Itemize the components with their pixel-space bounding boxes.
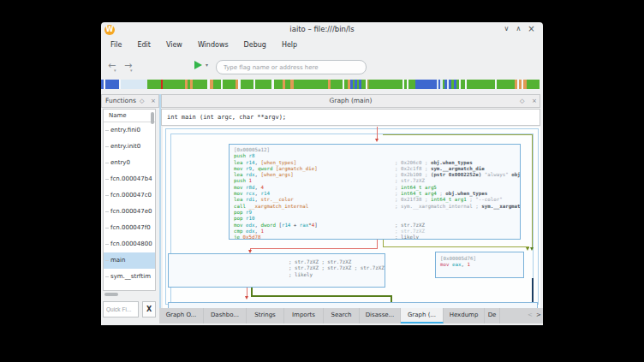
play-icon[interactable]	[194, 61, 202, 69]
quick-filter-input[interactable]	[103, 301, 139, 317]
code-token: 1	[248, 178, 252, 183]
tab-search[interactable]: Search	[324, 308, 360, 323]
function-list-item[interactable]: fcn.000047e0	[104, 204, 155, 220]
close-icon[interactable]: ×	[526, 23, 537, 35]
code-token: push	[234, 153, 248, 158]
menu-item-edit[interactable]: Edit	[129, 38, 158, 53]
code-token: obj.when...	[511, 172, 521, 177]
code-token: rdx	[246, 172, 254, 177]
menu-item-help[interactable]: Help	[274, 38, 305, 53]
memory-map-strip[interactable]	[101, 80, 540, 89]
code-token: ;	[395, 185, 401, 190]
code-token: ;	[437, 191, 445, 196]
code-token: obj.when_types	[431, 160, 473, 165]
function-list-item[interactable]: sym.__strftim	[104, 269, 155, 285]
code-token: cmp	[234, 228, 246, 234]
panel-splitter[interactable]	[159, 94, 161, 308]
back-caret-icon[interactable]: ▾	[114, 68, 116, 73]
tab-scroll-left-icon[interactable]: <	[526, 308, 534, 323]
nav-strip-segment	[147, 80, 161, 89]
code-token: ; str.7zXZ	[395, 178, 425, 183]
function-list-item[interactable]: fcn.000047b4	[104, 171, 155, 187]
basic-block-0x5d76[interactable]: [0x00005d76]mov eax, 1	[435, 252, 524, 278]
nav-strip-segment	[415, 80, 437, 89]
tab-graph[interactable]: Graph (...	[401, 308, 444, 323]
function-list-item[interactable]: entry0	[104, 155, 155, 171]
nav-strip-segment	[163, 80, 185, 89]
undock-icon[interactable]: ◇	[520, 95, 524, 108]
code-token: pop	[234, 210, 246, 215]
function-signature-bar: int main (int argc, char **argv);	[161, 109, 540, 126]
quick-filter-close-button[interactable]: X	[142, 301, 156, 317]
code-token: pop	[234, 216, 246, 221]
asm-comment: ; likely	[395, 234, 419, 240]
menu-item-file[interactable]: File	[103, 38, 129, 53]
function-list-item[interactable]: fcn.000047c0	[104, 187, 155, 204]
code-token: sym.__xargmatch_in...	[481, 204, 521, 209]
code-token: r14	[246, 160, 254, 165]
menu-item-view[interactable]: View	[158, 38, 190, 53]
function-signature: int main (int argc, char **argv);	[162, 110, 540, 125]
code-token: ; 0x2b100 ;	[395, 172, 431, 177]
code-token: r9	[246, 166, 252, 171]
function-list-item[interactable]: entry.init0	[104, 139, 155, 155]
code-token: 1	[260, 228, 264, 234]
code-token: 4	[260, 185, 264, 190]
edge-red-false-h	[250, 248, 378, 249]
maximize-icon[interactable]: ∧	[513, 23, 524, 35]
function-list-item[interactable]: main	[104, 252, 155, 269]
function-list-item[interactable]: fcn.000047f0	[104, 220, 155, 236]
function-list-item[interactable]: sym._xasp	[104, 285, 155, 291]
asm-comment: ; sym.__xargmatch_internal ; sym.__xargm…	[395, 204, 521, 210]
tab-dashbo[interactable]: Dashbo...	[204, 308, 247, 323]
nav-strip-segment	[255, 80, 271, 89]
menu-item-debug[interactable]: Debug	[236, 38, 274, 53]
asm-line: call __xargmatch_internal; sym.__xargmat…	[234, 204, 520, 210]
search-input[interactable]	[216, 60, 367, 74]
code-token: r8d	[246, 185, 254, 190]
graph-canvas[interactable]: [0x00005a12]push r8lea r14, [when_types]…	[163, 127, 540, 308]
function-list-item[interactable]: fcn.00004800	[104, 236, 155, 252]
code-token: str.__color	[260, 197, 293, 202]
screen-background: W iaito – file:///bin/ls ∨ ∧ × FileEditV…	[0, 0, 644, 362]
nav-strip-segment	[527, 80, 537, 89]
asm-line: lea rdx, [when_args]; 0x2b100 ; (pstr 0x…	[234, 172, 520, 178]
tab-hexdump[interactable]: Hexdump	[444, 308, 485, 323]
edge-olive-top-v	[532, 134, 533, 248]
tab-de[interactable]: De	[485, 308, 500, 323]
play-caret-icon[interactable]: ▾	[206, 62, 208, 68]
functions-column-header[interactable]: Name	[104, 110, 155, 122]
tab-strings[interactable]: Strings	[247, 308, 284, 323]
basic-block-partial[interactable]	[168, 302, 538, 308]
forward-caret-icon[interactable]: ▾	[130, 68, 133, 73]
menu-item-windows[interactable]: Windows	[190, 38, 236, 53]
undock-icon[interactable]: ◇	[140, 95, 144, 108]
edge-arrow-red3	[245, 296, 248, 300]
title-bar[interactable]: W iaito – file:///bin/ls ∨ ∧ ×	[101, 22, 543, 38]
asm-comment: ; 0x2c1f8 ; sym.__argmatch_die	[395, 166, 485, 172]
tab-graph-o[interactable]: Graph O...	[159, 308, 204, 323]
tab-scroll-right-icon[interactable]: >	[534, 308, 543, 323]
basic-block-0x5a12[interactable]: [0x00005a12]push r8lea r14, [when_types]…	[229, 144, 521, 240]
horizontal-scrollbar[interactable]	[104, 293, 118, 296]
close-panel-icon[interactable]: ×	[151, 95, 156, 108]
minimize-icon[interactable]: ∨	[501, 23, 512, 35]
code-token: je	[234, 234, 242, 240]
graph-panel-header[interactable]: Graph (main) ◇ ×	[161, 94, 540, 108]
code-token: [when_types]	[260, 160, 296, 165]
code-token: ; sym.__xargmatch_internal ;	[395, 204, 481, 209]
function-list-item[interactable]: entry.fini0	[104, 122, 155, 139]
edge-olive-top-h	[383, 134, 533, 135]
basic-block-fallthrough[interactable]: ; str.7zXZ ; str.7zXZ; str.7zXZ ; str.7z…	[168, 253, 385, 288]
asm-line: mov rcx, r14; int64_t arg4 ; obj.when_ty…	[234, 191, 520, 197]
code-token: rcx	[246, 191, 254, 196]
code-token: rax	[300, 223, 308, 228]
functions-panel-header[interactable]: Functions ◇ ×	[101, 94, 159, 108]
tab-imports[interactable]: Imports	[284, 308, 324, 323]
code-token: mov	[440, 262, 452, 267]
asm-comment: ; 0x206c0 ; obj.when_types	[395, 160, 473, 166]
app-window: W iaito – file:///bin/ls ∨ ∧ × FileEditV…	[101, 22, 543, 325]
close-panel-icon[interactable]: ×	[532, 95, 537, 108]
tab-disasse[interactable]: Disasse...	[360, 308, 401, 323]
code-token: r14	[260, 191, 269, 196]
